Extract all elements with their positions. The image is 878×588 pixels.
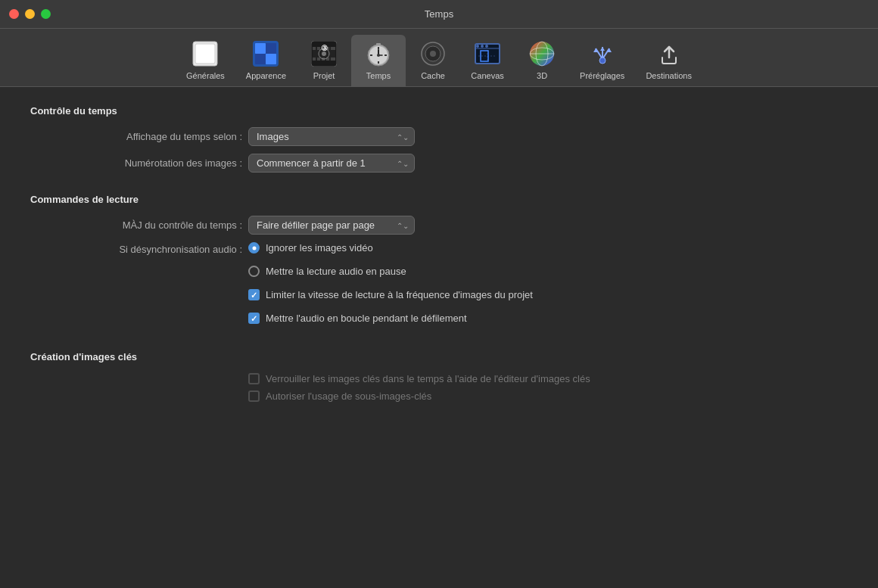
temps-icon: [364, 39, 393, 68]
numerotation-row: Numérotation des images : Commencer à pa…: [30, 154, 848, 173]
svg-point-38: [481, 45, 484, 48]
tab-temps[interactable]: Temps: [351, 35, 406, 86]
section-images-cles: Création d'images clés Verrouiller les i…: [30, 351, 848, 402]
checkbox-boucle-label: Mettre l'audio en boucle pendant le défi…: [266, 313, 467, 324]
checkbox-row-vitesse: Limiter la vitesse de lecture à la fréqu…: [248, 289, 533, 300]
svg-point-30: [377, 54, 380, 57]
svg-text:③: ③: [321, 44, 328, 52]
generales-icon: [191, 39, 220, 68]
tab-cache[interactable]: Cache: [406, 35, 460, 86]
radio-row-ignorer: Ignorer les images vidéo: [248, 242, 533, 254]
maj-select[interactable]: Faire défiler page par page Mise à jour …: [248, 216, 415, 235]
checkbox-autoriser-label: Autoriser l'usage de sous-images-clés: [266, 390, 431, 402]
close-button[interactable]: [9, 9, 19, 19]
tab-destinations[interactable]: Destinations: [635, 35, 702, 86]
svg-point-39: [485, 45, 488, 48]
svg-rect-4: [266, 43, 276, 54]
section-images-cles-title: Création d'images clés: [30, 351, 848, 362]
maximize-button[interactable]: [41, 9, 51, 19]
checkbox-row-boucle: Mettre l'audio en boucle pendant le défi…: [248, 313, 533, 324]
main-content: Contrôle du temps Affichage du temps sel…: [0, 87, 878, 441]
radio-ignorer[interactable]: [248, 242, 260, 254]
checkbox-verrouiller[interactable]: [248, 373, 260, 384]
tab-3d[interactable]: 3D: [515, 35, 569, 86]
tab-destinations-label: Destinations: [646, 71, 692, 80]
3d-icon: [528, 39, 556, 68]
projet-icon: ③: [310, 39, 338, 68]
section-controle: Contrôle du temps Affichage du temps sel…: [30, 105, 848, 173]
svg-rect-6: [266, 54, 276, 64]
numerotation-label: Numérotation des images :: [30, 157, 242, 169]
svg-rect-3: [255, 43, 266, 54]
svg-rect-9: [313, 47, 316, 50]
svg-marker-52: [600, 47, 605, 51]
svg-point-54: [599, 58, 606, 64]
svg-rect-1: [195, 44, 215, 64]
maj-select-wrapper: Faire défiler page par page Mise à jour …: [248, 216, 415, 235]
tab-canevas[interactable]: Canevas: [460, 35, 515, 86]
svg-rect-5: [255, 54, 266, 64]
tab-3d-label: 3D: [537, 71, 547, 80]
minimize-button[interactable]: [25, 9, 35, 19]
tab-preglages[interactable]: Préréglages: [569, 35, 635, 86]
svg-point-37: [476, 45, 479, 48]
desync-options: Ignorer les images vidéo Mettre la lectu…: [248, 242, 533, 330]
checkbox-boucle[interactable]: [248, 313, 260, 324]
svg-rect-13: [331, 47, 335, 50]
window-title: Temps: [425, 8, 453, 20]
svg-rect-14: [313, 58, 316, 61]
tab-projet-label: Projet: [313, 71, 335, 80]
window-controls: [9, 9, 51, 19]
checkbox-vitesse-label: Limiter la vitesse de lecture à la fréqu…: [266, 289, 533, 300]
tab-cache-label: Cache: [421, 71, 445, 80]
checkbox-row-verrouiller: Verrouiller les images clés dans le temp…: [248, 373, 848, 384]
desync-label: Si désynchronisation audio :: [30, 242, 242, 255]
affichage-row: Affichage du temps selon : Images Second…: [30, 127, 848, 146]
affichage-select[interactable]: Images Secondes Timecode Images + Second…: [248, 127, 415, 146]
desync-row: Si désynchronisation audio : Ignorer les…: [30, 242, 848, 330]
tab-generales[interactable]: Générales: [176, 35, 235, 86]
title-bar: Temps: [0, 0, 878, 29]
radio-pause-label: Mettre la lecture audio en pause: [266, 266, 406, 277]
tab-canevas-label: Canevas: [471, 71, 503, 80]
svg-rect-10: [317, 47, 320, 50]
affichage-select-wrapper: Images Secondes Timecode Images + Second…: [248, 127, 415, 146]
canevas-icon: [473, 39, 502, 68]
maj-label: MÀJ du contrôle du temps :: [30, 219, 242, 231]
checkbox-autoriser[interactable]: [248, 390, 260, 402]
affichage-label: Affichage du temps selon :: [30, 131, 242, 142]
checkbox-vitesse[interactable]: [248, 289, 260, 300]
svg-point-34: [430, 51, 436, 57]
cache-icon: [419, 39, 447, 68]
tab-temps-label: Temps: [366, 71, 391, 80]
section-lecture-title: Commandes de lecture: [30, 194, 848, 205]
images-cles-options: Verrouiller les images clés dans le temp…: [248, 373, 848, 402]
apparence-icon: [251, 39, 280, 68]
numerotation-select[interactable]: Commencer à partir de 1 Commencer à part…: [248, 154, 415, 173]
radio-row-pause: Mettre la lecture audio en pause: [248, 266, 533, 277]
destinations-icon: [655, 39, 683, 68]
section-lecture: Commandes de lecture MÀJ du contrôle du …: [30, 194, 848, 330]
checkbox-verrouiller-label: Verrouiller les images clés dans le temp…: [266, 373, 590, 384]
numerotation-select-wrapper: Commencer à partir de 1 Commencer à part…: [248, 154, 415, 173]
tab-apparence-label: Apparence: [246, 71, 286, 80]
section-controle-title: Contrôle du temps: [30, 105, 848, 117]
preglages-icon: [588, 39, 617, 68]
radio-pause[interactable]: [248, 266, 260, 277]
svg-rect-18: [331, 58, 335, 61]
tab-preglages-label: Préréglages: [580, 71, 624, 80]
svg-rect-15: [317, 58, 320, 61]
radio-ignorer-label: Ignorer les images vidéo: [266, 242, 373, 254]
toolbar: Générales Apparence: [0, 29, 878, 87]
maj-row: MÀJ du contrôle du temps : Faire défiler…: [30, 216, 848, 235]
tab-projet[interactable]: ③ Projet: [297, 35, 351, 86]
checkbox-row-autoriser: Autoriser l'usage de sous-images-clés: [248, 390, 848, 402]
tab-generales-label: Générales: [186, 71, 225, 80]
svg-rect-31: [376, 43, 381, 45]
tab-apparence[interactable]: Apparence: [235, 35, 297, 86]
